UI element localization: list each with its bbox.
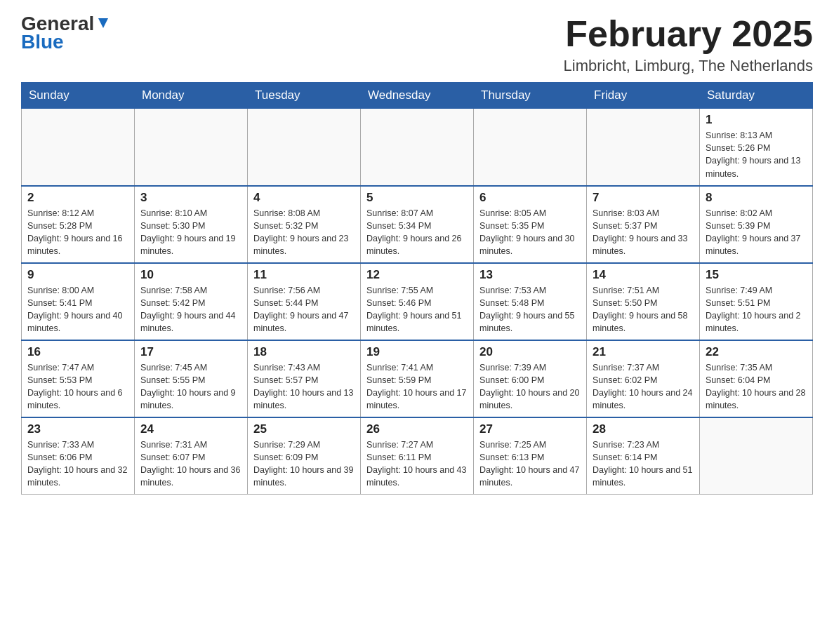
day-info: Sunrise: 7:37 AMSunset: 6:02 PMDaylight:…	[593, 361, 694, 412]
day-info: Sunrise: 7:31 AMSunset: 6:07 PMDaylight:…	[140, 438, 241, 490]
calendar-cell: 23Sunrise: 7:33 AMSunset: 6:06 PMDayligh…	[22, 417, 135, 495]
calendar-cell: 6Sunrise: 8:05 AMSunset: 5:35 PMDaylight…	[474, 186, 587, 263]
day-info: Sunrise: 8:00 AMSunset: 5:41 PMDaylight:…	[27, 284, 128, 335]
calendar-cell	[22, 109, 135, 186]
day-info: Sunrise: 8:10 AMSunset: 5:30 PMDaylight:…	[140, 207, 241, 258]
day-number: 11	[253, 268, 355, 282]
calendar-cell: 28Sunrise: 7:23 AMSunset: 6:14 PMDayligh…	[587, 417, 700, 495]
logo: General Blue	[21, 14, 111, 53]
day-info: Sunrise: 7:47 AMSunset: 5:53 PMDaylight:…	[27, 361, 128, 412]
calendar-cell: 9Sunrise: 8:00 AMSunset: 5:41 PMDaylight…	[22, 263, 135, 340]
day-number: 19	[366, 345, 468, 359]
day-info: Sunrise: 7:49 AMSunset: 5:51 PMDaylight:…	[706, 284, 807, 335]
logo-icon	[95, 15, 111, 31]
day-info: Sunrise: 7:41 AMSunset: 5:59 PMDaylight:…	[366, 361, 468, 412]
day-number: 15	[706, 268, 807, 282]
day-info: Sunrise: 8:13 AMSunset: 5:26 PMDaylight:…	[706, 129, 807, 180]
day-number: 1	[706, 113, 807, 127]
day-number: 3	[140, 191, 241, 205]
day-number: 23	[27, 422, 128, 436]
day-number: 9	[27, 268, 128, 282]
calendar-cell	[248, 109, 361, 186]
day-number: 22	[706, 345, 807, 359]
day-info: Sunrise: 7:53 AMSunset: 5:48 PMDaylight:…	[479, 284, 581, 335]
day-number: 26	[366, 422, 468, 436]
day-info: Sunrise: 7:27 AMSunset: 6:11 PMDaylight:…	[366, 438, 468, 490]
day-number: 13	[479, 268, 581, 282]
calendar-cell: 16Sunrise: 7:47 AMSunset: 5:53 PMDayligh…	[22, 340, 135, 417]
day-number: 18	[253, 345, 355, 359]
calendar-week-row: 1Sunrise: 8:13 AMSunset: 5:26 PMDaylight…	[22, 109, 813, 186]
day-number: 20	[479, 345, 581, 359]
calendar-cell: 3Sunrise: 8:10 AMSunset: 5:30 PMDaylight…	[135, 186, 248, 263]
calendar-cell: 12Sunrise: 7:55 AMSunset: 5:46 PMDayligh…	[361, 263, 474, 340]
calendar-table: SundayMondayTuesdayWednesdayThursdayFrid…	[21, 82, 813, 495]
calendar-cell: 24Sunrise: 7:31 AMSunset: 6:07 PMDayligh…	[135, 417, 248, 495]
day-number: 21	[593, 345, 694, 359]
day-info: Sunrise: 8:08 AMSunset: 5:32 PMDaylight:…	[253, 207, 355, 258]
calendar-cell	[587, 109, 700, 186]
calendar-cell: 10Sunrise: 7:58 AMSunset: 5:42 PMDayligh…	[135, 263, 248, 340]
day-info: Sunrise: 7:55 AMSunset: 5:46 PMDaylight:…	[366, 284, 468, 335]
day-number: 14	[593, 268, 694, 282]
calendar-week-row: 2Sunrise: 8:12 AMSunset: 5:28 PMDaylight…	[22, 186, 813, 263]
day-info: Sunrise: 8:03 AMSunset: 5:37 PMDaylight:…	[593, 207, 694, 258]
day-number: 28	[593, 422, 694, 436]
calendar-cell: 13Sunrise: 7:53 AMSunset: 5:48 PMDayligh…	[474, 263, 587, 340]
day-info: Sunrise: 7:33 AMSunset: 6:06 PMDaylight:…	[27, 438, 128, 490]
calendar-cell	[700, 417, 813, 495]
weekday-header-sunday: Sunday	[22, 83, 135, 109]
calendar-cell: 15Sunrise: 7:49 AMSunset: 5:51 PMDayligh…	[700, 263, 813, 340]
calendar-cell: 17Sunrise: 7:45 AMSunset: 5:55 PMDayligh…	[135, 340, 248, 417]
day-number: 7	[593, 191, 694, 205]
day-info: Sunrise: 7:45 AMSunset: 5:55 PMDaylight:…	[140, 361, 241, 412]
calendar-cell: 21Sunrise: 7:37 AMSunset: 6:02 PMDayligh…	[587, 340, 700, 417]
day-number: 17	[140, 345, 241, 359]
calendar-cell: 22Sunrise: 7:35 AMSunset: 6:04 PMDayligh…	[700, 340, 813, 417]
day-number: 8	[706, 191, 807, 205]
day-number: 24	[140, 422, 241, 436]
calendar-week-row: 23Sunrise: 7:33 AMSunset: 6:06 PMDayligh…	[22, 417, 813, 495]
day-number: 2	[27, 191, 128, 205]
month-title: February 2025	[564, 14, 813, 54]
day-info: Sunrise: 8:02 AMSunset: 5:39 PMDaylight:…	[706, 207, 807, 258]
weekday-header-friday: Friday	[587, 83, 700, 109]
day-number: 6	[479, 191, 581, 205]
day-info: Sunrise: 8:12 AMSunset: 5:28 PMDaylight:…	[27, 207, 128, 258]
page-header: General Blue February 2025 Limbricht, Li…	[21, 14, 813, 75]
day-info: Sunrise: 8:05 AMSunset: 5:35 PMDaylight:…	[479, 207, 581, 258]
calendar-cell: 2Sunrise: 8:12 AMSunset: 5:28 PMDaylight…	[22, 186, 135, 263]
location-subtitle: Limbricht, Limburg, The Netherlands	[564, 57, 813, 75]
calendar-cell: 11Sunrise: 7:56 AMSunset: 5:44 PMDayligh…	[248, 263, 361, 340]
weekday-header-tuesday: Tuesday	[248, 83, 361, 109]
day-info: Sunrise: 7:23 AMSunset: 6:14 PMDaylight:…	[593, 438, 694, 490]
calendar-cell: 26Sunrise: 7:27 AMSunset: 6:11 PMDayligh…	[361, 417, 474, 495]
day-number: 10	[140, 268, 241, 282]
weekday-header-monday: Monday	[135, 83, 248, 109]
calendar-cell: 14Sunrise: 7:51 AMSunset: 5:50 PMDayligh…	[587, 263, 700, 340]
day-number: 12	[366, 268, 468, 282]
day-number: 25	[253, 422, 355, 436]
day-info: Sunrise: 8:07 AMSunset: 5:34 PMDaylight:…	[366, 207, 468, 258]
day-info: Sunrise: 7:29 AMSunset: 6:09 PMDaylight:…	[253, 438, 355, 490]
calendar-header-row: SundayMondayTuesdayWednesdayThursdayFrid…	[22, 83, 813, 109]
calendar-cell: 25Sunrise: 7:29 AMSunset: 6:09 PMDayligh…	[248, 417, 361, 495]
calendar-cell	[474, 109, 587, 186]
calendar-cell	[361, 109, 474, 186]
day-number: 16	[27, 345, 128, 359]
day-info: Sunrise: 7:35 AMSunset: 6:04 PMDaylight:…	[706, 361, 807, 412]
title-block: February 2025 Limbricht, Limburg, The Ne…	[564, 14, 813, 75]
logo-text-blue: Blue	[21, 31, 64, 53]
day-info: Sunrise: 7:51 AMSunset: 5:50 PMDaylight:…	[593, 284, 694, 335]
day-number: 27	[479, 422, 581, 436]
svg-marker-0	[98, 18, 108, 28]
calendar-cell: 7Sunrise: 8:03 AMSunset: 5:37 PMDaylight…	[587, 186, 700, 263]
day-info: Sunrise: 7:58 AMSunset: 5:42 PMDaylight:…	[140, 284, 241, 335]
calendar-cell	[135, 109, 248, 186]
day-info: Sunrise: 7:25 AMSunset: 6:13 PMDaylight:…	[479, 438, 581, 490]
weekday-header-wednesday: Wednesday	[361, 83, 474, 109]
day-info: Sunrise: 7:39 AMSunset: 6:00 PMDaylight:…	[479, 361, 581, 412]
calendar-cell: 5Sunrise: 8:07 AMSunset: 5:34 PMDaylight…	[361, 186, 474, 263]
calendar-cell: 19Sunrise: 7:41 AMSunset: 5:59 PMDayligh…	[361, 340, 474, 417]
calendar-week-row: 16Sunrise: 7:47 AMSunset: 5:53 PMDayligh…	[22, 340, 813, 417]
